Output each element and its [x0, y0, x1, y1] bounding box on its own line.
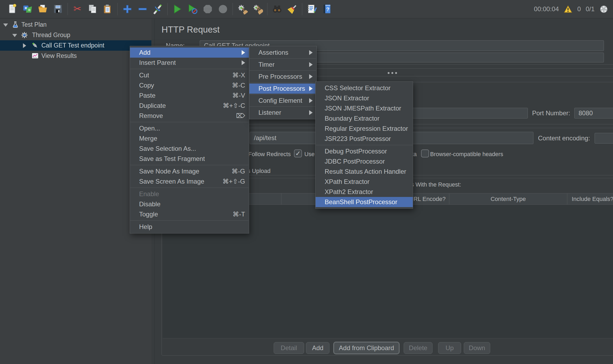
submenu-arrow-icon: [309, 98, 313, 103]
shutdown-icon[interactable]: [217, 3, 229, 15]
menu-separator: [316, 145, 412, 145]
tree-item-label: Test Plan: [21, 21, 47, 28]
menu-item-merge[interactable]: Merge: [130, 133, 249, 144]
templates-icon[interactable]: [22, 3, 33, 15]
paste-icon[interactable]: [102, 3, 113, 15]
menu-item-jdbc-postprocessor[interactable]: JDBC PostProcessor: [316, 156, 413, 167]
column-header-include-equals[interactable]: Include Equals?: [567, 193, 613, 204]
menu-item-xpath2-extractor[interactable]: XPath2 Extractor: [316, 187, 413, 197]
use-keepalive-checkbox[interactable]: ✓: [294, 149, 302, 157]
menu-item-help[interactable]: Help: [130, 222, 249, 232]
menu-item-label: Copy: [139, 82, 154, 89]
zoom-out-icon[interactable]: [137, 3, 148, 15]
tree-item-call-get-test-endpoint[interactable]: Call GET Test endpoint: [0, 40, 151, 51]
menu-item-save-as-test-fragment[interactable]: Save as Test Fragment: [130, 154, 249, 164]
detail-button[interactable]: Detail: [274, 342, 304, 354]
menu-item-cut[interactable]: Cut⌘-X: [130, 70, 249, 80]
menu-item-toggle[interactable]: Toggle⌘-T: [130, 209, 249, 219]
menu-item-label: JSR223 PostProcessor: [325, 135, 391, 143]
menu-separator: [130, 220, 249, 221]
cut-icon[interactable]: ✂: [72, 3, 83, 15]
menu-separator: [130, 188, 249, 188]
menu-item-save-selection-as[interactable]: Save Selection As...: [130, 144, 249, 154]
menu-item-boundary-extractor[interactable]: Boundary Extractor: [316, 113, 413, 124]
threads-indicator-icon: [599, 5, 608, 14]
new-file-icon[interactable]: [7, 3, 18, 15]
tree-item-thread-group[interactable]: Thread Group: [0, 30, 151, 40]
menu-item-config-element[interactable]: Config Element: [249, 96, 316, 106]
menu-item-json-jmespath-extractor[interactable]: JSON JMESPath Extractor: [316, 103, 413, 113]
menu-item-save-node-as-image[interactable]: Save Node As Image⌘-G: [130, 166, 249, 176]
content-encoding-label: Content encoding:: [538, 134, 590, 142]
start-icon[interactable]: [172, 3, 183, 15]
add-button[interactable]: Add: [306, 342, 329, 354]
menu-separator: [250, 82, 316, 83]
menu-item-shortcut: ⌦: [228, 112, 245, 120]
function-helper-icon[interactable]: [306, 3, 317, 15]
menu-item-post-processors[interactable]: Post Processors: [249, 84, 316, 94]
menu-item-insert-parent[interactable]: Insert Parent: [130, 58, 249, 68]
start-no-timers-icon[interactable]: [187, 3, 198, 15]
menu-item-label: Debug PostProcessor: [325, 148, 387, 155]
menu-item-json-extractor[interactable]: JSON Extractor: [316, 93, 413, 103]
menu-item-enable[interactable]: Enable: [130, 189, 249, 199]
menu-item-css-selector-extractor[interactable]: CSS Selector Extractor: [316, 83, 413, 93]
delete-button[interactable]: Delete: [404, 342, 433, 354]
menu-item-add[interactable]: Add: [130, 48, 249, 58]
chevron-collapsed-icon[interactable]: [23, 43, 26, 48]
zoom-in-icon[interactable]: [122, 3, 133, 15]
menu-item-xpath-extractor[interactable]: XPath Extractor: [316, 177, 413, 187]
menu-item-timer[interactable]: Timer: [249, 60, 316, 70]
menu-item-label: Save as Test Fragment: [139, 155, 205, 163]
tree-item-view-results[interactable]: View Results: [0, 51, 151, 61]
search-icon[interactable]: [272, 3, 283, 15]
menu-item-remove[interactable]: Remove⌦: [130, 111, 249, 121]
up-button[interactable]: Up: [438, 342, 461, 354]
menu-item-label: Cut: [139, 72, 149, 79]
menu-separator: [250, 94, 316, 95]
menu-item-disable[interactable]: Disable: [130, 199, 249, 209]
toolbar-divider: [167, 3, 168, 15]
browser-headers-checkbox[interactable]: [421, 149, 429, 157]
chevron-expanded-icon[interactable]: [3, 23, 8, 27]
menu-item-regular-expression-extractor[interactable]: Regular Expression Extractor: [316, 124, 413, 134]
menu-item-pre-processors[interactable]: Pre Processors: [249, 72, 316, 82]
menu-item-listener[interactable]: Listener: [249, 108, 316, 118]
menu-item-label: Pre Processors: [258, 73, 302, 80]
menu-item-save-screen-as-image[interactable]: Save Screen As Image⌘+⇧-G: [130, 176, 249, 187]
toolbar-group: [269, 3, 301, 15]
open-file-icon[interactable]: [37, 3, 48, 15]
save-icon[interactable]: [52, 3, 64, 15]
menu-item-duplicate[interactable]: Duplicate⌘+⇧-C: [130, 101, 249, 111]
clear-all-icon[interactable]: [252, 3, 263, 15]
menu-item-jsr223-postprocessor[interactable]: JSR223 PostProcessor: [316, 134, 413, 144]
help-icon[interactable]: ?: [321, 3, 333, 15]
menu-item-assertions[interactable]: Assertions: [249, 48, 316, 58]
port-number-input[interactable]: 8080: [574, 108, 613, 118]
menu-item-copy[interactable]: Copy⌘-C: [130, 80, 249, 90]
toolbar-group: ✂: [69, 3, 116, 15]
chevron-expanded-icon[interactable]: [12, 34, 17, 37]
column-header-content-type[interactable]: Content-Type: [449, 193, 567, 204]
warning-icon[interactable]: [564, 5, 572, 13]
menu-item-debug-postprocessor[interactable]: Debug PostProcessor: [316, 146, 413, 156]
menu-item-paste[interactable]: Paste⌘-V: [130, 90, 249, 101]
submenu-arrow-icon: [242, 50, 245, 55]
clear-icon[interactable]: [237, 3, 248, 15]
tree-item-test-plan[interactable]: Test Plan: [0, 19, 151, 30]
toolbar-divider: [233, 3, 233, 15]
down-button[interactable]: Down: [464, 342, 490, 354]
menu-item-label: Duplicate: [139, 102, 166, 109]
main-toolbar: ✂STOP? 00:00:04 0 0/1: [0, 0, 613, 18]
splitter-handle[interactable]: [388, 72, 397, 74]
menu-separator: [130, 165, 249, 165]
add-from-clipboard-button[interactable]: Add from Clipboard: [334, 342, 399, 354]
stop-icon[interactable]: STOP: [202, 3, 213, 15]
content-encoding-input[interactable]: [595, 133, 613, 144]
pencil-swap-icon[interactable]: [152, 3, 163, 15]
menu-item-beanshell-postprocessor[interactable]: BeanShell PostProcessor: [316, 197, 413, 207]
menu-item-open[interactable]: Open...: [130, 123, 249, 133]
clear-search-icon[interactable]: [287, 3, 298, 15]
copy-icon[interactable]: [87, 3, 98, 15]
menu-item-result-status-action-handler[interactable]: Result Status Action Handler: [316, 167, 413, 177]
